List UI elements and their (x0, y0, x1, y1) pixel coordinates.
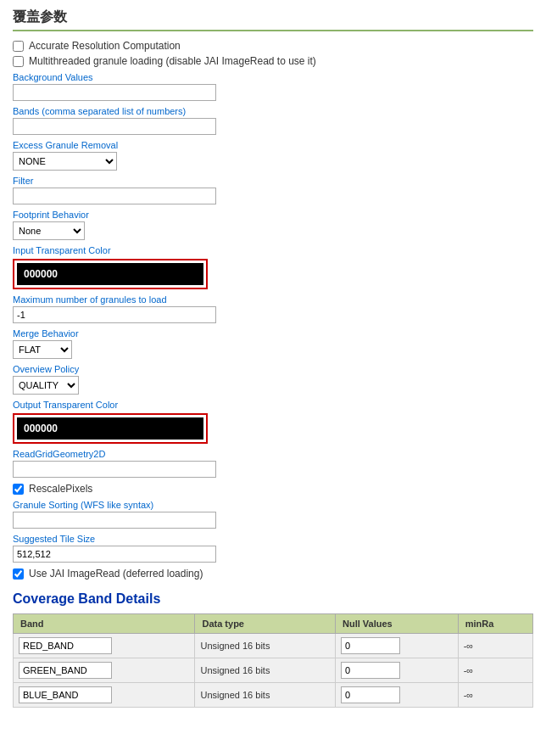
minra-cell-2: -∞ (458, 683, 532, 708)
null-value-cell-1 (336, 658, 459, 683)
merge-behavior-label: Merge Behavior (13, 328, 533, 339)
rescale-pixels-checkbox[interactable] (13, 484, 24, 495)
input-transparent-label: Input Transparent Color (13, 245, 533, 255)
output-transparent-color-display[interactable]: 000000 (17, 417, 203, 440)
filter-input[interactable] (13, 188, 216, 204)
multithreaded-label: Multithreaded granule loading (disable J… (29, 55, 316, 67)
background-values-label: Background Values (13, 72, 533, 82)
footprint-label: Footprint Behavior (13, 210, 533, 220)
multithreaded-row: Multithreaded granule loading (disable J… (13, 55, 533, 67)
input-transparent-color-wrapper: 000000 (13, 259, 208, 289)
col-min-ra: minRa (458, 614, 532, 634)
data-type-cell-2: Unsigned 16 bits (195, 683, 336, 708)
overview-policy-select[interactable]: QUALITY SPEED NEAREST IGNORE (13, 376, 79, 395)
excess-granule-select[interactable]: NONE MOSAIC_BOUNDS INPUT_BOUNDS (13, 152, 117, 171)
excess-granule-label: Excess Granule Removal (13, 140, 533, 150)
rescale-pixels-label: RescalePixels (29, 483, 92, 495)
col-null-values: Null Values (336, 614, 459, 634)
tile-size-label: Suggested Tile Size (13, 534, 533, 544)
col-band: Band (14, 614, 195, 634)
footprint-select[interactable]: None Transparent Cut (13, 221, 85, 240)
table-row: Unsigned 16 bits -∞ (14, 683, 533, 708)
max-granules-input[interactable] (13, 306, 216, 323)
band-input-0[interactable] (19, 637, 112, 654)
band-input-1[interactable] (19, 662, 112, 679)
null-value-cell-0 (336, 634, 459, 658)
table-row: Unsigned 16 bits -∞ (14, 658, 533, 683)
accurate-resolution-checkbox[interactable] (13, 41, 24, 52)
granule-sorting-label: Granule Sorting (WFS like syntax) (13, 500, 533, 510)
use-jai-checkbox[interactable] (13, 568, 24, 580)
table-row: Unsigned 16 bits -∞ (14, 634, 533, 658)
band-cell-0 (14, 634, 195, 658)
band-cell-1 (14, 658, 195, 683)
overview-policy-label: Overview Policy (13, 364, 533, 374)
coverage-title: Coverage Band Details (13, 591, 533, 607)
filter-label: Filter (13, 176, 533, 186)
page-container: 覆盖参数 Accurate Resolution Computation Mul… (0, 0, 546, 716)
input-transparent-color-display[interactable]: 000000 (17, 263, 203, 285)
band-table: Band Data type Null Values minRa Unsigne… (13, 613, 533, 708)
tile-size-input[interactable] (13, 546, 216, 563)
background-values-input[interactable] (13, 84, 216, 101)
bands-label: Bands (comma separated list of numbers) (13, 106, 533, 116)
read-grid-label: ReadGridGeometry2D (13, 449, 533, 459)
rescale-pixels-row: RescalePixels (13, 483, 533, 495)
output-transparent-label: Output Transparent Color (13, 400, 533, 410)
read-grid-input[interactable] (13, 461, 216, 478)
output-transparent-color-wrapper: 000000 (13, 413, 208, 444)
input-transparent-color-value: 000000 (24, 268, 58, 280)
overlay-section-title: 覆盖参数 (13, 8, 533, 31)
accurate-resolution-row: Accurate Resolution Computation (13, 40, 533, 52)
null-value-input-1[interactable] (341, 662, 400, 679)
data-type-cell-0: Unsigned 16 bits (195, 634, 336, 658)
null-value-input-0[interactable] (341, 637, 400, 654)
output-transparent-color-value: 000000 (24, 423, 58, 434)
minra-cell-1: -∞ (458, 658, 532, 683)
null-value-input-2[interactable] (341, 686, 400, 703)
use-jai-label: Use JAI ImageRead (deferred loading) (29, 568, 203, 580)
data-type-cell-1: Unsigned 16 bits (195, 658, 336, 683)
multithreaded-checkbox[interactable] (13, 56, 24, 67)
minra-cell-0: -∞ (458, 634, 532, 658)
band-input-2[interactable] (19, 686, 112, 703)
bands-input[interactable] (13, 118, 216, 135)
max-granules-label: Maximum number of granules to load (13, 294, 533, 305)
merge-behavior-select[interactable]: FLAT STACK (13, 340, 72, 359)
band-cell-2 (14, 683, 195, 708)
null-value-cell-2 (336, 683, 459, 708)
accurate-resolution-label: Accurate Resolution Computation (29, 40, 181, 52)
granule-sorting-input[interactable] (13, 512, 216, 529)
col-data-type: Data type (195, 614, 336, 634)
use-jai-row: Use JAI ImageRead (deferred loading) (13, 568, 533, 580)
